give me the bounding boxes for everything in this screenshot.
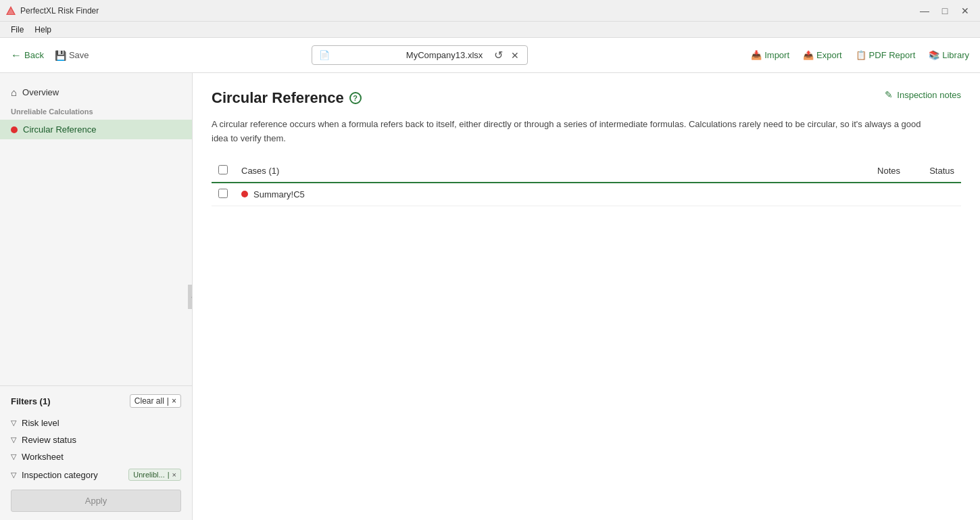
library-icon: 📚 <box>929 50 939 60</box>
row-checkbox-cell <box>212 183 235 206</box>
filter-tag-value: Unrelibl... <box>133 471 164 479</box>
filter-risk-level[interactable]: ▽ Risk level <box>11 415 181 431</box>
th-cases: Cases (1) <box>235 160 853 183</box>
file-input-box: 📄 MyCompany13.xlsx ↺ ✕ <box>312 45 528 65</box>
filter-risk-level-label: Risk level <box>22 418 59 428</box>
inspection-notes-label: Inspection notes <box>897 90 961 100</box>
filter-worksheet-label: Worksheet <box>22 452 64 462</box>
status-header-label: Status <box>929 166 954 176</box>
toolbar-right: 📥 Import 📤 Export 📋 PDF Report 📚 Library <box>751 50 969 60</box>
filter-funnel-icon: ▽ <box>11 419 16 427</box>
filter-inspection-tag: Unrelibl... | × <box>128 469 181 481</box>
filter-tag-remove-button[interactable]: × <box>172 471 176 479</box>
export-label: Export <box>816 50 842 60</box>
clear-all-button[interactable]: Clear all | × <box>130 394 181 408</box>
toolbar: ← Back 💾 Save 📄 MyCompany13.xlsx ↺ ✕ 📥 I… <box>0 38 980 73</box>
circular-reference-label: Circular Reference <box>23 124 96 135</box>
save-label: Save <box>69 50 89 60</box>
pdf-report-button[interactable]: 📋 PDF Report <box>856 50 916 60</box>
sidebar: ⌂ Overview Unreliable Calculations Circu… <box>0 73 193 520</box>
row-notes-cell <box>853 183 907 206</box>
library-label: Library <box>942 50 969 60</box>
window-controls: — □ ✕ <box>915 3 975 19</box>
risk-dot-icon <box>11 126 18 133</box>
undo-button[interactable]: ↺ <box>493 49 504 62</box>
case-row-name: Summary!C5 <box>241 189 846 199</box>
toolbar-center: 📄 MyCompany13.xlsx ↺ ✕ <box>100 45 741 65</box>
th-notes: Notes <box>853 160 907 183</box>
filter-worksheet[interactable]: ▽ Worksheet <box>11 448 181 465</box>
clear-all-x-icon: × <box>172 396 176 406</box>
clear-all-separator: | <box>167 396 169 406</box>
import-button[interactable]: 📥 Import <box>751 50 789 60</box>
row-status-cell <box>907 183 961 206</box>
filter-worksheet-icon: ▽ <box>11 452 16 461</box>
filters-header: Filters (1) Clear all | × <box>11 394 181 408</box>
back-arrow-icon: ← <box>11 49 22 62</box>
file-name: MyCompany13.xlsx <box>406 50 488 60</box>
filter-review-status[interactable]: ▽ Review status <box>11 431 181 448</box>
sidebar-section-unreliable: Unreliable Calculations <box>0 103 192 120</box>
menu-help[interactable]: Help <box>29 24 57 36</box>
save-button[interactable]: 💾 Save <box>55 50 89 61</box>
sidebar-nav: ⌂ Overview Unreliable Calculations Circu… <box>0 73 192 385</box>
import-label: Import <box>764 50 789 60</box>
main-layout: ⌂ Overview Unreliable Calculations Circu… <box>0 73 980 520</box>
question-mark: ? <box>353 94 358 102</box>
content-header: Circular Reference ? ✎ Inspection notes <box>212 89 961 107</box>
row-checkbox[interactable] <box>218 189 228 198</box>
row-name-cell: Summary!C5 <box>235 183 853 206</box>
minimize-button[interactable]: — <box>915 3 934 19</box>
row-risk-dot <box>241 191 248 197</box>
filter-inspection-separator: | <box>168 471 170 479</box>
page-description: A circular reference occurs when a formu… <box>212 118 928 146</box>
toolbar-left: ← Back 💾 Save <box>11 49 89 62</box>
page-title-row: Circular Reference ? <box>212 89 362 107</box>
export-button[interactable]: 📤 Export <box>803 50 842 60</box>
apply-button[interactable]: Apply <box>11 490 181 512</box>
filter-review-icon: ▽ <box>11 435 16 444</box>
filter-inspection-category[interactable]: ▽ Inspection category Unrelibl... | × <box>11 465 181 484</box>
filters-section: Filters (1) Clear all | × ▽ Risk level ▽… <box>0 385 192 520</box>
clear-all-label: Clear all <box>134 396 164 406</box>
import-icon: 📥 <box>751 50 762 60</box>
filter-inspection-icon: ▽ <box>11 471 16 479</box>
close-button[interactable]: ✕ <box>956 3 975 19</box>
library-button[interactable]: 📚 Library <box>929 50 969 60</box>
app-title: PerfectXL Risk Finder <box>20 6 915 16</box>
notes-header-label: Notes <box>877 166 900 176</box>
filter-review-status-label: Review status <box>22 435 76 445</box>
th-status: Status <box>907 160 961 183</box>
row-case-name[interactable]: Summary!C5 <box>253 189 305 199</box>
cases-table: Cases (1) Notes Status <box>212 160 961 206</box>
th-checkbox <box>212 160 235 183</box>
pdf-report-label: PDF Report <box>869 50 916 60</box>
back-label: Back <box>24 50 44 60</box>
table-row: Summary!C5 <box>212 183 961 206</box>
overview-label: Overview <box>22 87 59 97</box>
export-icon: 📤 <box>803 50 814 60</box>
menu-bar: File Help <box>0 22 980 38</box>
filters-title: Filters (1) <box>11 396 51 406</box>
cases-header-label: Cases (1) <box>241 166 279 176</box>
help-icon[interactable]: ? <box>349 92 362 104</box>
content-area: Circular Reference ? ✎ Inspection notes … <box>193 73 980 520</box>
page-title: Circular Reference <box>212 89 344 107</box>
home-icon: ⌂ <box>11 87 17 98</box>
sidebar-collapse-button[interactable]: ◀ <box>188 285 193 309</box>
pdf-icon: 📋 <box>856 50 866 60</box>
sidebar-item-overview[interactable]: ⌂ Overview <box>0 81 192 103</box>
menu-file[interactable]: File <box>5 24 29 36</box>
file-doc-icon: 📄 <box>319 50 401 60</box>
clear-file-button[interactable]: ✕ <box>510 50 520 61</box>
title-bar: PerfectXL Risk Finder — □ ✕ <box>0 0 980 22</box>
maximize-button[interactable]: □ <box>935 3 954 19</box>
select-all-checkbox[interactable] <box>218 165 228 174</box>
filter-inspection-category-label: Inspection category <box>22 470 98 480</box>
sidebar-item-circular-reference[interactable]: Circular Reference <box>0 120 192 139</box>
back-button[interactable]: ← Back <box>11 49 44 62</box>
inspection-notes-button[interactable]: ✎ Inspection notes <box>885 89 961 100</box>
save-icon: 💾 <box>55 50 66 61</box>
app-logo-icon <box>5 5 16 16</box>
edit-icon: ✎ <box>885 89 893 100</box>
